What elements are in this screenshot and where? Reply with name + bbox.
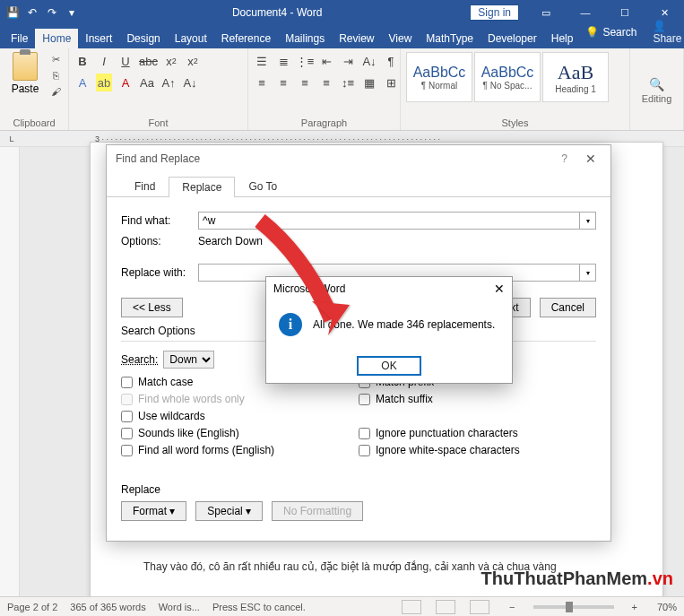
tab-help[interactable]: Help xyxy=(544,29,581,48)
increase-indent-button[interactable]: ⇥ xyxy=(340,52,356,70)
style-heading-1[interactable]: AaB Heading 1 xyxy=(542,52,609,102)
view-web-layout-icon[interactable] xyxy=(470,600,489,614)
redo-icon[interactable]: ↷ xyxy=(45,5,59,20)
tab-file[interactable]: File xyxy=(4,29,35,48)
zoom-in-icon[interactable]: + xyxy=(632,602,637,612)
view-read-mode-icon[interactable] xyxy=(402,600,421,614)
align-center-button[interactable]: ≡ xyxy=(275,74,291,91)
tab-goto[interactable]: Go To xyxy=(235,176,290,196)
chk-whole-words: Find whole words only xyxy=(121,393,359,405)
show-marks-button[interactable]: ¶ xyxy=(383,52,399,70)
search-direction-select[interactable]: Down xyxy=(163,351,214,369)
group-label: Styles xyxy=(406,116,624,128)
chk-wildcards[interactable]: Use wildcards xyxy=(121,410,359,422)
tab-mathtype[interactable]: MathType xyxy=(419,29,481,48)
tab-mailings[interactable]: Mailings xyxy=(278,29,332,48)
tab-design[interactable]: Design xyxy=(119,29,167,48)
ribbon-options-icon[interactable]: ▭ xyxy=(526,0,566,25)
find-icon[interactable]: 🔍 xyxy=(649,77,664,91)
tab-review[interactable]: Review xyxy=(332,29,381,48)
bullets-button[interactable]: ☰ xyxy=(254,52,270,70)
zoom-level[interactable]: 70% xyxy=(657,602,677,612)
tab-view[interactable]: View xyxy=(382,29,420,48)
strikethrough-button[interactable]: abc xyxy=(139,52,158,70)
justify-button[interactable]: ≡ xyxy=(318,74,334,91)
change-case-button[interactable]: Aa xyxy=(139,74,155,91)
tab-home[interactable]: Home xyxy=(35,29,78,48)
ok-button[interactable]: OK xyxy=(357,356,421,376)
qat-customize-icon[interactable]: ▾ xyxy=(65,5,79,20)
group-font: B I U abc x2 x2 A ab A Aa A↑ A↓ Font xyxy=(69,48,248,130)
undo-icon[interactable]: ↶ xyxy=(25,5,39,20)
numbering-button[interactable]: ≣ xyxy=(275,52,291,70)
group-paragraph: ☰ ≣ ⋮≡ ⇤ ⇥ A↓ ¶ ≡ ≡ ≡ ≡ ↕≡ ▦ ⊞ Paragraph xyxy=(248,48,401,130)
sort-button[interactable]: A↓ xyxy=(361,52,377,70)
underline-button[interactable]: U xyxy=(117,52,134,70)
message-box: Microsoft Word ✕ i All done. We made 346… xyxy=(265,276,513,384)
replace-with-label: Replace with: xyxy=(121,266,198,279)
dialog-titlebar: Find and Replace ? ✕ xyxy=(107,145,610,172)
info-icon: i xyxy=(279,313,302,336)
align-left-button[interactable]: ≡ xyxy=(254,74,270,91)
ribbon: Paste ✂ ⎘ 🖌 Clipboard B I U abc x2 x2 A … xyxy=(0,48,684,131)
chk-word-forms[interactable]: Find all word forms (English) xyxy=(121,444,359,456)
style-no-spacing[interactable]: AaBbCc ¶ No Spac... xyxy=(474,52,541,102)
shrink-font-button[interactable]: A↓ xyxy=(182,74,198,91)
font-color-button[interactable]: A xyxy=(117,74,134,91)
sign-in-button[interactable]: Sign in xyxy=(470,4,519,21)
tab-insert[interactable]: Insert xyxy=(78,29,119,48)
clipboard-icon xyxy=(13,52,38,81)
find-what-input[interactable] xyxy=(198,212,580,230)
superscript-button[interactable]: x2 xyxy=(185,52,201,70)
italic-button[interactable]: I xyxy=(96,52,112,70)
paste-button[interactable]: Paste xyxy=(5,52,45,99)
tab-references[interactable]: Reference xyxy=(214,29,278,48)
document-title: Document4 - Word xyxy=(84,6,470,19)
close-icon[interactable]: ✕ xyxy=(580,152,602,166)
share-button[interactable]: 👤 Share xyxy=(645,16,684,48)
shading-button[interactable]: ▦ xyxy=(361,74,377,91)
text-effects-button[interactable]: A xyxy=(74,74,91,91)
save-icon[interactable]: 💾 xyxy=(5,5,20,20)
zoom-out-icon[interactable]: − xyxy=(509,602,515,612)
multilevel-button[interactable]: ⋮≡ xyxy=(297,52,313,70)
tab-replace[interactable]: Replace xyxy=(169,177,235,197)
tab-find[interactable]: Find xyxy=(121,176,169,196)
highlight-button[interactable]: ab xyxy=(96,74,112,91)
status-page[interactable]: Page 2 of 2 xyxy=(7,602,57,612)
ribbon-tabs: File Home Insert Design Layout Reference… xyxy=(0,25,684,48)
view-print-layout-icon[interactable] xyxy=(436,600,455,614)
msgbox-close-icon[interactable]: ✕ xyxy=(494,282,505,296)
group-label: Paragraph xyxy=(254,116,394,128)
tab-developer[interactable]: Developer xyxy=(481,29,544,48)
style-normal[interactable]: AaBbCc ¶ Normal xyxy=(406,52,472,102)
decrease-indent-button[interactable]: ⇤ xyxy=(318,52,334,70)
format-painter-icon[interactable]: 🖌 xyxy=(48,84,63,99)
tab-layout[interactable]: Layout xyxy=(168,29,214,48)
special-button[interactable]: Special ▾ xyxy=(195,501,263,521)
help-icon[interactable]: ? xyxy=(561,152,567,165)
find-what-label: Find what: xyxy=(121,214,198,227)
tell-me-search[interactable]: 💡 Search xyxy=(580,22,642,42)
chk-ignore-whitespace[interactable]: Ignore white-space characters xyxy=(359,444,596,456)
cancel-button[interactable]: Cancel xyxy=(540,298,596,317)
cut-icon[interactable]: ✂ xyxy=(48,52,63,66)
chk-ignore-punctuation[interactable]: Ignore punctuation characters xyxy=(359,427,596,439)
align-right-button[interactable]: ≡ xyxy=(297,74,313,91)
zoom-slider[interactable] xyxy=(533,605,614,609)
chk-sounds-like[interactable]: Sounds like (English) xyxy=(121,427,359,439)
subscript-button[interactable]: x2 xyxy=(163,52,179,70)
chk-match-suffix[interactable]: Match suffix xyxy=(359,393,596,405)
find-what-dropdown-icon[interactable]: ▾ xyxy=(580,212,596,230)
options-value: Search Down xyxy=(198,235,263,247)
copy-icon[interactable]: ⎘ xyxy=(48,68,63,82)
status-words[interactable]: 365 of 365 words xyxy=(70,602,145,612)
format-button[interactable]: Format ▾ xyxy=(121,501,186,521)
less-button[interactable]: << Less xyxy=(121,298,183,317)
replace-with-dropdown-icon[interactable]: ▾ xyxy=(580,264,596,282)
borders-button[interactable]: ⊞ xyxy=(383,74,399,91)
bold-button[interactable]: B xyxy=(74,52,91,70)
status-bar: Page 2 of 2 365 of 365 words Word is... … xyxy=(0,596,684,616)
grow-font-button[interactable]: A↑ xyxy=(160,74,177,91)
line-spacing-button[interactable]: ↕≡ xyxy=(340,74,356,91)
